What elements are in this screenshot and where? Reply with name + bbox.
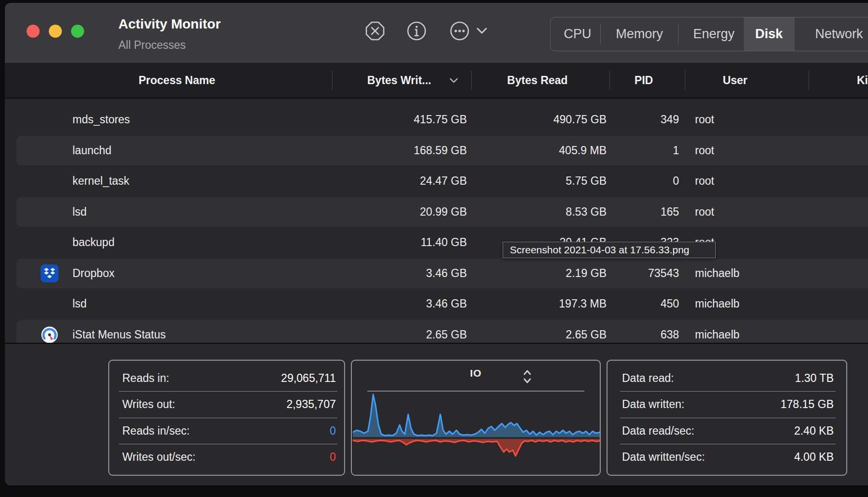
tab-disk[interactable]: Disk <box>755 17 782 51</box>
user-cell: root <box>695 166 714 197</box>
pid-cell: 0 <box>673 166 679 197</box>
io-history-chart <box>353 391 600 474</box>
desktop-background <box>0 485 868 497</box>
stat-value: 0 <box>330 424 336 438</box>
process-name-cell: iStat Menus Status <box>72 320 166 343</box>
stat-label: Data read/sec: <box>622 424 694 438</box>
tab-energy[interactable]: Energy <box>693 17 735 51</box>
screenshot-canvas: Activity Monitor All Processes <box>0 0 868 497</box>
dropbox-app-icon <box>41 264 58 282</box>
process-name-cell: kernel_task <box>72 166 130 197</box>
stat-value: 2.40 KB <box>794 424 834 438</box>
process-name-cell: mds_stores <box>72 104 130 135</box>
io-counts-box: Reads in:29,065,711Writes out:2,935,707R… <box>108 360 345 476</box>
close-window-button[interactable] <box>27 25 40 38</box>
minimize-window-button[interactable] <box>49 25 62 38</box>
io-chart-box: IO <box>351 360 601 476</box>
stop-process-icon[interactable] <box>364 20 386 42</box>
stat-row: Reads in:29,065,711 <box>109 367 344 390</box>
more-options-icon[interactable] <box>449 20 470 42</box>
table-row[interactable]: Dropbox3.46 GB2.19 GB73543michaelb <box>5 258 868 289</box>
process-table: mds_stores415.75 GB490.75 GB349rootlaunc… <box>5 99 868 343</box>
tab-separator <box>600 24 601 44</box>
stat-label: Reads in/sec: <box>122 424 189 438</box>
column-separator[interactable] <box>685 71 685 90</box>
chevron-down-icon[interactable] <box>476 26 488 35</box>
pid-cell: 450 <box>661 289 679 320</box>
process-name-cell: Dropbox <box>72 258 115 289</box>
tab-cpu[interactable]: CPU <box>564 17 591 51</box>
column-header-pid[interactable]: PID <box>635 63 653 98</box>
stat-row: Data read/sec:2.40 KB <box>608 419 846 442</box>
stat-row: Writes out/sec:0 <box>109 445 344 468</box>
bytes-written-cell: 415.75 GB <box>414 104 467 135</box>
table-row[interactable]: lsd20.99 GB8.53 GB165root <box>5 197 868 228</box>
stat-label: Data written/sec: <box>622 451 705 464</box>
inspect-process-icon[interactable] <box>406 20 427 42</box>
table-row[interactable]: backupd11.40 GB20.41 GB323root <box>5 227 868 258</box>
column-header-bytes-written[interactable]: Bytes Writ... <box>367 63 432 98</box>
stat-row: Data written:178.15 GB <box>608 393 846 416</box>
bytes-written-cell: 20.99 GB <box>420 197 467 228</box>
stat-separator <box>119 391 337 392</box>
stat-value: 178.15 GB <box>781 398 834 411</box>
stat-separator <box>119 444 337 444</box>
table-row[interactable]: kernel_task24.47 GB5.75 GB0root <box>5 166 868 197</box>
filename-tooltip: Screenshot 2021-04-03 at 17.56.33.png <box>503 242 716 258</box>
bytes-written-cell: 3.46 GB <box>426 258 467 289</box>
app-subtitle: All Processes <box>118 39 186 52</box>
column-separator[interactable] <box>609 71 610 90</box>
stat-separator <box>620 391 836 392</box>
process-name-cell: lsd <box>72 197 87 228</box>
tab-network[interactable]: Network <box>815 17 863 51</box>
tab-memory[interactable]: Memory <box>616 17 663 51</box>
stat-row: Data read:1.30 TB <box>608 367 846 390</box>
column-separator[interactable] <box>332 71 333 90</box>
table-row[interactable]: mds_stores415.75 GB490.75 GB349root <box>5 104 868 135</box>
stat-separator <box>620 418 836 418</box>
stat-separator <box>119 418 337 418</box>
stat-value: 0 <box>330 451 336 464</box>
bytes-written-cell: 2.65 GB <box>426 320 467 343</box>
bytes-written-cell: 24.47 GB <box>420 166 467 197</box>
stat-value: 29,065,711 <box>281 372 336 385</box>
pid-cell: 73543 <box>648 258 679 289</box>
pid-cell: 638 <box>661 320 679 343</box>
tab-separator <box>678 24 679 44</box>
stat-label: Reads in: <box>122 372 169 385</box>
stat-value: 2,935,707 <box>287 398 336 411</box>
sort-descending-icon[interactable] <box>448 76 459 84</box>
column-header-user[interactable]: User <box>723 63 747 98</box>
io-chart-title: IO <box>470 367 481 379</box>
bytes-read-cell: 2.19 GB <box>566 258 607 289</box>
zoom-window-button[interactable] <box>71 25 84 38</box>
stat-row: Data written/sec:4.00 KB <box>608 445 846 468</box>
process-name-cell: backupd <box>72 227 115 258</box>
bytes-read-cell: 8.53 GB <box>566 197 607 228</box>
app-title: Activity Monitor <box>118 16 221 32</box>
chart-mode-stepper-icon[interactable] <box>522 368 533 385</box>
stat-label: Data written: <box>622 398 684 411</box>
bytes-read-cell: 405.9 MB <box>559 135 607 166</box>
stat-label: Data read: <box>622 372 674 385</box>
column-separator[interactable] <box>809 71 809 90</box>
user-cell: michaelb <box>695 320 739 343</box>
column-header-process-name[interactable]: Process Name <box>139 63 216 98</box>
bytes-read-cell: 490.75 GB <box>553 104 607 135</box>
pid-cell: 349 <box>661 104 679 135</box>
user-cell: root <box>695 197 714 228</box>
reads-line <box>353 395 600 436</box>
column-header-bytes-read[interactable]: Bytes Read <box>507 63 567 98</box>
column-separator[interactable] <box>471 71 472 90</box>
user-cell: michaelb <box>695 289 739 320</box>
table-row[interactable]: launchd168.59 GB405.9 MB1root <box>5 135 868 166</box>
bytes-read-cell: 5.75 GB <box>566 166 607 197</box>
table-row[interactable]: iStat Menus Status2.65 GB2.65 GB638micha… <box>5 320 868 343</box>
view-tabs: CPU Memory Energy Disk Network <box>550 17 868 51</box>
table-row[interactable]: lsd3.46 GB197.3 MB450michaelb <box>5 289 868 320</box>
column-header-kind[interactable]: Ki <box>857 63 868 98</box>
user-cell: root <box>695 135 714 166</box>
stat-separator <box>620 444 836 444</box>
stat-value: 4.00 KB <box>794 451 834 464</box>
process-name-cell: lsd <box>72 289 87 320</box>
